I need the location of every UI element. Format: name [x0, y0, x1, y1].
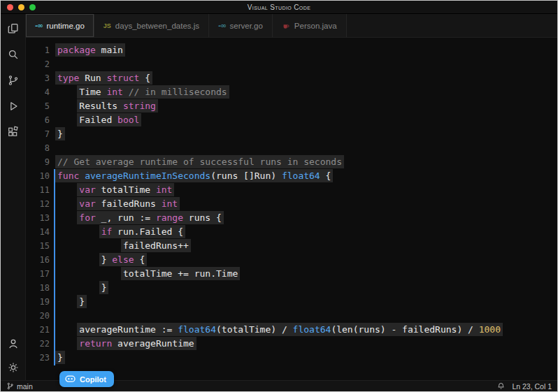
indent — [55, 268, 121, 279]
code-text: func averageRuntimeInSeconds(runs []Run)… — [55, 169, 333, 182]
settings-icon — [7, 361, 20, 374]
code-text: // Get average runtime of successful run… — [55, 155, 344, 168]
code-line-22[interactable]: 22 return averageRuntime — [26, 337, 557, 351]
indent — [55, 240, 121, 251]
line-number: 16 — [26, 253, 50, 267]
indent — [55, 115, 77, 125]
activity-bar-top — [4, 20, 22, 140]
line-number: 19 — [26, 295, 50, 309]
account-icon — [7, 337, 20, 350]
source-control-button[interactable] — [4, 72, 22, 89]
editor[interactable]: 1package main23type Run struct {4 Time i… — [26, 38, 557, 380]
code-line-10[interactable]: 10func averageRuntimeInSeconds(runs []Ru… — [26, 169, 557, 183]
code-line-1[interactable]: 1package main — [26, 43, 557, 57]
indent — [55, 184, 77, 195]
extensions-icon — [7, 126, 20, 138]
notifications-item[interactable] — [497, 382, 505, 390]
tab-bar: -∞runtime.goJSdays_between_dates.js-∞ser… — [26, 14, 557, 38]
code-line-21[interactable]: 21 averageRuntime := float64(totalTime) … — [26, 323, 557, 337]
code-line-11[interactable]: 11 var totalTime int — [26, 183, 557, 197]
code-text: var failedRuns int — [77, 197, 180, 210]
code-line-7[interactable]: 7} — [26, 127, 557, 141]
cursor-label: Ln 23, Col 1 — [512, 382, 552, 391]
line-number: 1 — [26, 43, 50, 57]
tab-label: server.go — [230, 22, 263, 30]
line-number: 9 — [26, 155, 50, 169]
cursor-position[interactable]: Ln 23, Col 1 — [512, 382, 552, 391]
search-button[interactable] — [4, 46, 22, 63]
copilot-button[interactable]: Copilot — [59, 371, 114, 387]
code-line-23[interactable]: 23} — [26, 351, 557, 365]
code-lines: 1package main23type Run struct {4 Time i… — [26, 43, 557, 365]
code-line-2[interactable]: 2 — [26, 57, 557, 71]
code-text: } — [77, 295, 87, 308]
explorer-button[interactable] — [4, 20, 22, 37]
indent — [55, 212, 77, 223]
minimize-button[interactable] — [18, 4, 24, 10]
indent — [55, 254, 99, 265]
code-text: averageRuntime := float64(totalTime) / f… — [77, 323, 503, 336]
line-number: 20 — [26, 309, 50, 323]
tab-runtime.go[interactable]: -∞runtime.go — [26, 14, 94, 37]
code-line-20[interactable]: 20 — [26, 309, 557, 323]
close-button[interactable] — [7, 4, 13, 10]
line-number: 23 — [26, 351, 50, 365]
indent — [55, 324, 77, 335]
code-text: } — [55, 127, 65, 140]
account-button[interactable] — [4, 335, 22, 352]
branch-status[interactable]: main — [6, 382, 33, 391]
run-debug-button[interactable] — [4, 98, 22, 115]
status-bar-left: main — [6, 382, 33, 391]
code-line-5[interactable]: 5 Results string — [26, 99, 557, 113]
code-text: if run.Failed { — [99, 225, 185, 238]
vscode-window: Visual Studio Code -∞runtime.goJSdays_be… — [0, 0, 558, 392]
code-line-3[interactable]: 3type Run struct { — [26, 71, 557, 85]
line-number: 12 — [26, 197, 50, 211]
code-line-6[interactable]: 6 Failed bool — [26, 113, 557, 127]
line-number: 13 — [26, 211, 50, 225]
run-debug-icon — [7, 100, 20, 112]
tab-label: Person.java — [294, 22, 337, 30]
code-line-12[interactable]: 12 var failedRuns int — [26, 197, 557, 211]
branch-icon — [6, 382, 14, 390]
editor-column: -∞runtime.goJSdays_between_dates.js-∞ser… — [26, 14, 557, 380]
indent — [55, 282, 99, 293]
indent — [55, 296, 77, 307]
indent — [55, 226, 99, 237]
code-text: } else { — [99, 253, 148, 266]
code-text: failedRuns++ — [121, 239, 191, 252]
code-line-14[interactable]: 14 if run.Failed { — [26, 225, 557, 239]
zoom-button[interactable] — [29, 4, 36, 10]
code-line-19[interactable]: 19 } — [26, 295, 557, 309]
code-text: var totalTime int — [77, 183, 174, 196]
tab-days_between_dates.js[interactable]: JSdays_between_dates.js — [94, 14, 209, 37]
code-line-16[interactable]: 16 } else { — [26, 253, 557, 267]
code-text: } — [55, 351, 65, 364]
settings-button[interactable] — [4, 359, 22, 376]
tab-server.go[interactable]: -∞server.go — [209, 14, 273, 37]
code-text: totalTime += run.Time — [121, 267, 240, 280]
java-icon — [282, 22, 290, 30]
code-text: } — [99, 281, 109, 294]
search-icon — [7, 48, 20, 61]
code-line-15[interactable]: 15 failedRuns++ — [26, 239, 557, 253]
code-line-13[interactable]: 13 for _, run := range runs { — [26, 211, 557, 225]
line-number: 4 — [26, 85, 50, 99]
line-number: 3 — [26, 71, 50, 85]
code-text: Failed bool — [77, 113, 141, 126]
code-line-18[interactable]: 18 } — [26, 281, 557, 295]
indent — [55, 198, 77, 209]
code-line-9[interactable]: 9// Get average runtime of successful ru… — [26, 155, 557, 169]
line-number: 11 — [26, 183, 50, 197]
activity-bar — [1, 14, 26, 380]
code-line-8[interactable]: 8 — [26, 141, 557, 155]
tab-Person.java[interactable]: Person.java — [273, 14, 347, 37]
line-number: 22 — [26, 337, 50, 351]
line-number: 21 — [26, 323, 50, 337]
code-line-17[interactable]: 17 totalTime += run.Time — [26, 267, 557, 281]
code-line-4[interactable]: 4 Time int // in milliseconds — [26, 85, 557, 99]
extensions-button[interactable] — [4, 124, 22, 140]
tab-label: runtime.go — [46, 22, 84, 30]
window-title: Visual Studio Code — [248, 3, 311, 11]
line-number: 2 — [26, 57, 50, 71]
